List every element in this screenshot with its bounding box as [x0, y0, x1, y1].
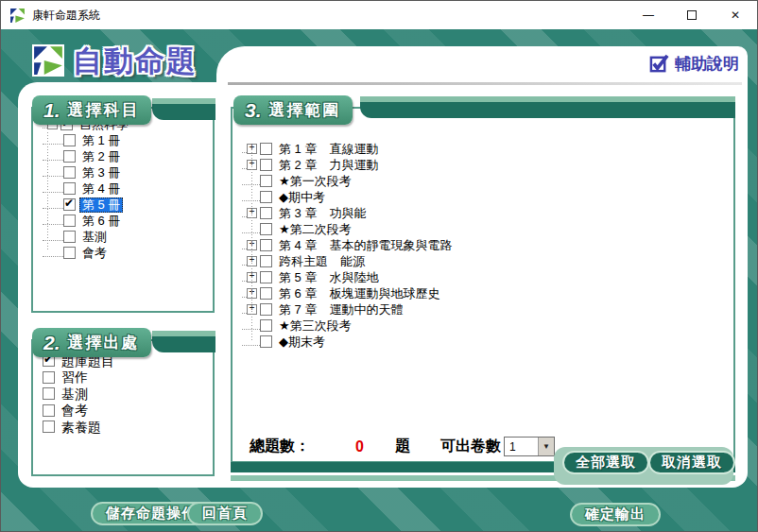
- tree-connector: [43, 168, 63, 177]
- maximize-button[interactable]: [670, 1, 714, 29]
- tree-item[interactable]: 第 2 章 力與運動: [242, 157, 730, 173]
- tree-item[interactable]: 第 5 冊: [43, 197, 209, 213]
- tree-item-label[interactable]: 第 7 章 運動中的天體: [276, 302, 405, 317]
- titlebar: 康軒命題系統 — ✕: [1, 1, 757, 29]
- header-separator: [228, 82, 742, 85]
- tree-item-label[interactable]: 第 6 章 板塊運動與地球歷史: [276, 286, 442, 301]
- help-button[interactable]: 輔助說明: [649, 53, 739, 75]
- tail-dark-bar: [152, 104, 215, 120]
- tree-checkbox[interactable]: [63, 166, 76, 179]
- option-label[interactable]: 會考: [59, 403, 91, 418]
- tree-item[interactable]: ◆期中考: [242, 189, 730, 205]
- tree-item-label[interactable]: ★第三次段考: [276, 318, 354, 334]
- tree-checkbox[interactable]: [260, 303, 272, 316]
- tree-item[interactable]: 會考: [43, 245, 209, 261]
- tree-item[interactable]: 第 1 章 直線運動: [242, 141, 730, 157]
- option-checkbox[interactable]: [43, 371, 55, 384]
- tree-checkbox[interactable]: [63, 134, 76, 146]
- tree-checkbox[interactable]: [260, 175, 272, 187]
- home-button[interactable]: 回首頁: [187, 502, 263, 525]
- option-label[interactable]: 基測: [59, 386, 91, 402]
- tree-checkbox[interactable]: [260, 207, 272, 219]
- tree-item-label[interactable]: 第 4 章 基本的靜電現象與電路: [276, 238, 455, 253]
- tree-checkbox[interactable]: [260, 335, 272, 348]
- tree-item-label[interactable]: 第 1 冊: [79, 133, 123, 148]
- tree-item[interactable]: 第 3 冊: [43, 164, 209, 180]
- tree-item-label[interactable]: 第 1 章 直線運動: [276, 142, 381, 157]
- total-unit: 題: [395, 437, 410, 456]
- help-button-label: 輔助說明: [675, 53, 739, 75]
- source-option[interactable]: 基測: [43, 386, 213, 403]
- source-option[interactable]: 素養題: [43, 419, 213, 436]
- chevron-down-icon[interactable]: ▼: [538, 438, 554, 455]
- section2-number: 2.: [43, 332, 60, 354]
- tree-item-label[interactable]: ★第一次段考: [276, 174, 354, 189]
- tree-connector: [43, 232, 63, 241]
- tree-item[interactable]: ★第一次段考: [242, 173, 730, 189]
- tree-checkbox[interactable]: [260, 271, 272, 283]
- tree-item-label[interactable]: 基測: [79, 230, 110, 245]
- papers-count-select[interactable]: 1 ▼: [504, 437, 555, 456]
- select-all-button[interactable]: 全部選取: [562, 451, 649, 474]
- tree-checkbox[interactable]: [260, 223, 272, 235]
- tree-checkbox[interactable]: [63, 198, 76, 211]
- tree-checkbox[interactable]: [63, 150, 76, 163]
- tree-item[interactable]: ★第二次段考: [242, 221, 730, 237]
- tree-connector: [43, 184, 63, 193]
- tree-item[interactable]: 第 5 章 水與陸地: [242, 269, 730, 285]
- deselect-button[interactable]: 取消選取: [648, 451, 735, 474]
- option-label[interactable]: 素養題: [59, 420, 104, 435]
- tree-checkbox[interactable]: [63, 231, 76, 243]
- tree-item[interactable]: 第 4 章 基本的靜電現象與電路: [242, 237, 730, 253]
- tree-checkbox[interactable]: [260, 191, 272, 203]
- tree-item[interactable]: 第 6 章 板塊運動與地球歷史: [242, 285, 730, 301]
- tree-item[interactable]: 基測: [43, 229, 209, 245]
- option-label[interactable]: 習作: [59, 369, 91, 385]
- tree-item[interactable]: 第 2 冊: [43, 148, 209, 164]
- tree-item-label[interactable]: 跨科主題 能源: [276, 254, 368, 269]
- tree-item[interactable]: 第 4 冊: [43, 180, 209, 197]
- option-checkbox[interactable]: [43, 387, 55, 400]
- tree-checkbox[interactable]: [260, 287, 272, 300]
- tree-item-label[interactable]: 第 4 冊: [79, 181, 123, 197]
- tree-item-label[interactable]: 第 2 章 力與運動: [276, 158, 381, 173]
- minimize-button[interactable]: —: [627, 1, 670, 29]
- tree-item-label[interactable]: 第 2 冊: [79, 149, 123, 164]
- tree-checkbox[interactable]: [63, 215, 76, 227]
- tree-item-label[interactable]: ◆期中考: [276, 190, 328, 205]
- tree-checkbox[interactable]: [260, 159, 272, 171]
- tree-checkbox[interactable]: [260, 239, 272, 251]
- tree-item-label[interactable]: 第 5 冊: [79, 197, 123, 213]
- option-checkbox[interactable]: [43, 404, 55, 417]
- tree-checkbox[interactable]: [260, 255, 272, 267]
- tree-item[interactable]: 第 6 冊: [43, 213, 209, 229]
- tree-item[interactable]: 第 1 冊: [43, 132, 209, 148]
- subject-tree: 自然科學 第 1 冊 第 2 冊 第 3 冊: [33, 109, 213, 261]
- tree-checkbox[interactable]: [260, 143, 272, 155]
- source-panel: 題庫題目 習作 基測 會考 素養題: [31, 339, 215, 476]
- tree-item[interactable]: ★第三次段考: [242, 317, 730, 334]
- tree-checkbox[interactable]: [260, 319, 272, 332]
- section1-number: 1.: [43, 99, 60, 122]
- tree-item[interactable]: 跨科主題 能源: [242, 253, 730, 269]
- option-checkbox[interactable]: [43, 420, 55, 433]
- section3-title: 選擇範圍: [269, 99, 341, 121]
- tree-checkbox[interactable]: [63, 247, 76, 259]
- tree-item-label[interactable]: 會考: [79, 246, 110, 261]
- total-count: 0: [355, 438, 364, 455]
- tree-item-label[interactable]: 第 6 冊: [79, 214, 123, 229]
- source-option[interactable]: 習作: [43, 369, 213, 386]
- tree-item-label[interactable]: 第 3 章 功與能: [276, 206, 369, 221]
- tree-item[interactable]: 第 7 章 運動中的天體: [242, 301, 730, 317]
- tree-item-label[interactable]: 第 5 章 水與陸地: [276, 270, 381, 285]
- tree-item-label[interactable]: ★第二次段考: [276, 222, 354, 237]
- close-button[interactable]: ✕: [714, 1, 757, 29]
- tree-item[interactable]: ◆期末考: [242, 334, 730, 350]
- tree-item[interactable]: 第 3 章 功與能: [242, 205, 730, 221]
- confirm-output-button[interactable]: 確定輸出: [570, 503, 661, 526]
- tree-item-label[interactable]: ◆期末考: [276, 335, 328, 350]
- section1-title: 選擇科目: [68, 99, 140, 121]
- source-option[interactable]: 會考: [43, 403, 213, 420]
- tree-checkbox[interactable]: [63, 182, 76, 195]
- tree-item-label[interactable]: 第 3 冊: [79, 165, 123, 180]
